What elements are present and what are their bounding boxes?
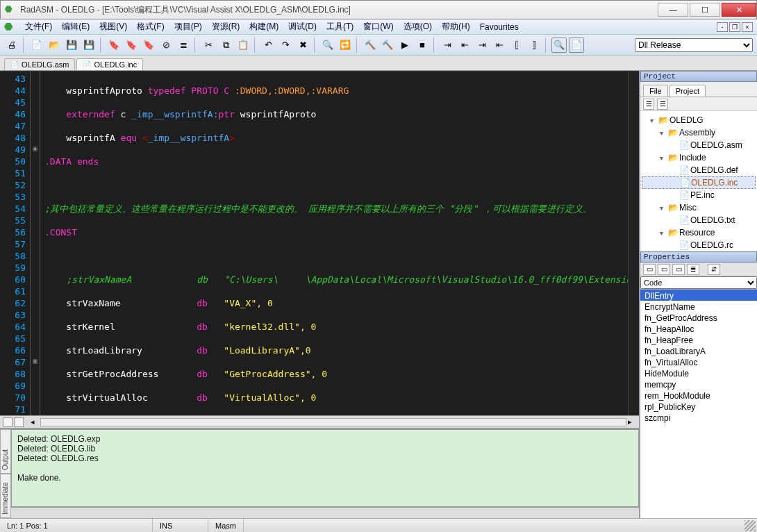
redo-button[interactable]: ↷ — [278, 38, 293, 53]
fold-column[interactable]: ▣ ▣ — [31, 72, 40, 415]
menu-options[interactable]: 选项(O) — [399, 19, 436, 34]
editor-tab-asm[interactable]: 📄 OLEDLG.asm — [4, 58, 75, 70]
output-tab[interactable]: Output — [0, 429, 11, 474]
build-button[interactable]: 🔨 — [363, 38, 378, 53]
project-tool-b-button[interactable]: ☰ — [657, 99, 668, 110]
menu-tools[interactable]: 工具(T) — [322, 19, 358, 34]
minimize-button[interactable]: — — [658, 3, 688, 17]
property-item[interactable]: fn_LoadLibraryA — [640, 345, 757, 356]
close-button[interactable]: ✕ — [722, 3, 756, 17]
save-button[interactable]: 💾 — [64, 38, 79, 53]
menu-favourites[interactable]: Favourites — [476, 21, 523, 33]
properties-category-select[interactable]: Code — [640, 276, 757, 289]
prev-bookmark-button[interactable]: 🔖 — [141, 38, 156, 53]
property-item[interactable]: fn_HeapAlloc — [640, 323, 757, 334]
outdent-button[interactable]: ⇤ — [457, 38, 472, 53]
clear-bookmarks-button[interactable]: ⊘ — [158, 38, 174, 53]
code-editor[interactable]: 4344454647484950515253545556575859606162… — [0, 71, 639, 415]
save-all-button[interactable]: 💾 — [81, 38, 97, 53]
property-item[interactable]: rpl_PublicKey — [640, 401, 757, 412]
prop-tool-button[interactable]: ▭ — [643, 264, 656, 275]
menu-debug[interactable]: 调试(D) — [284, 19, 321, 34]
tool-a-button[interactable]: 🔍 — [551, 38, 567, 53]
property-item[interactable]: EncryptName — [640, 301, 757, 312]
editor-tab-inc[interactable]: 📄 OLEDLG.inc — [76, 58, 143, 70]
properties-list[interactable]: DllEntryEncryptNamefn_GetProcAddressfn_H… — [640, 289, 757, 518]
property-item[interactable]: rem_HookModule — [640, 390, 757, 401]
tree-node[interactable]: ▾📂 Assembly — [642, 126, 756, 139]
paste-button[interactable]: 📋 — [235, 38, 251, 53]
stop-button[interactable]: ■ — [415, 38, 430, 53]
immediate-tab[interactable]: Immediate — [0, 474, 11, 518]
block-end-button[interactable]: ⟧ — [526, 38, 542, 53]
tree-node[interactable]: ▾📂 OLEDLG — [642, 114, 756, 126]
open-file-button[interactable]: 📂 — [47, 38, 62, 53]
tree-node[interactable]: 📄 OLEDLG.inc — [642, 176, 756, 189]
replace-button[interactable]: 🔁 — [338, 38, 353, 53]
tree-node[interactable]: 📄 OLEDLG.rc — [642, 239, 756, 251]
menu-edit[interactable]: 编辑(E) — [58, 19, 94, 34]
menu-window[interactable]: 窗口(W) — [359, 19, 397, 34]
tree-node[interactable]: 📄 OLEDLG.txt — [642, 214, 756, 226]
property-item[interactable]: DllEntry — [640, 290, 757, 301]
next-bookmark-button[interactable]: 🔖 — [124, 38, 139, 53]
list-button[interactable]: ≣ — [176, 38, 191, 53]
comment-button[interactable]: ⇥ — [474, 38, 490, 53]
hscroll-right-button[interactable]: ▸ — [628, 417, 636, 426]
print-button[interactable]: 🖨 — [4, 38, 19, 53]
copy-button[interactable]: ⧉ — [218, 38, 233, 53]
tree-node[interactable]: 📄 OLEDLG.asm — [642, 139, 756, 151]
mdi-close-button[interactable]: × — [742, 22, 753, 32]
property-item[interactable]: HideModule — [640, 367, 757, 379]
project-tree[interactable]: ▾📂 OLEDLG▾📂 Assembly📄 OLEDLG.asm▾📂 Inclu… — [640, 111, 757, 251]
menu-format[interactable]: 格式(F) — [133, 19, 168, 34]
block-start-button[interactable]: ⟦ — [509, 38, 524, 53]
fold-handle-icon[interactable]: ▣ — [31, 355, 40, 367]
editor-horizontal-scrollbar[interactable] — [40, 418, 626, 426]
tree-node[interactable]: 📄 OLEDLG.def — [642, 164, 756, 176]
prop-tool-button[interactable]: ≣ — [687, 264, 699, 275]
tree-node[interactable]: 📄 PE.inc — [642, 189, 756, 201]
project-tool-a-button[interactable]: ☰ — [643, 99, 654, 110]
menu-project[interactable]: 项目(P) — [170, 19, 206, 34]
hscroll-left-button[interactable]: ◂ — [31, 417, 39, 426]
split-view-button-2[interactable] — [14, 417, 24, 427]
output-panel[interactable]: Deleted: OLEDLG.expDeleted: OLEDLG.libDe… — [11, 429, 639, 507]
build-config-select[interactable]: Dll Release — [635, 38, 753, 52]
property-item[interactable]: fn_GetProcAddress — [640, 312, 757, 323]
undo-button[interactable]: ↶ — [260, 38, 276, 53]
new-file-button[interactable]: 📄 — [29, 38, 44, 53]
fold-handle-icon[interactable]: ▣ — [31, 142, 40, 154]
property-item[interactable]: memcpy — [640, 379, 757, 390]
prop-tool-button[interactable]: ▭ — [672, 264, 685, 275]
find-button[interactable]: 🔍 — [320, 38, 335, 53]
menu-build[interactable]: 构建(M) — [245, 19, 283, 34]
tool-b-button[interactable]: 📄 — [569, 38, 584, 53]
tree-node[interactable]: ▾📂 Include — [642, 151, 756, 164]
menu-view[interactable]: 视图(V) — [95, 19, 131, 34]
toggle-bookmark-button[interactable]: 🔖 — [106, 38, 122, 53]
project-tab-project[interactable]: Project — [669, 85, 706, 97]
menu-help[interactable]: 帮助(H) — [438, 19, 474, 34]
resize-grip-icon[interactable] — [744, 520, 756, 531]
menu-file[interactable]: 文件(F) — [21, 19, 56, 34]
delete-button[interactable]: ✖ — [295, 38, 310, 53]
maximize-button[interactable]: ☐ — [690, 3, 720, 17]
tree-node[interactable]: ▾📂 Resource — [642, 226, 756, 239]
editor-vertical-scrollbar[interactable] — [628, 72, 639, 415]
menu-resource[interactable]: 资源(R) — [208, 19, 244, 34]
indent-button[interactable]: ⇥ — [440, 38, 455, 53]
prop-tool-button[interactable]: ▭ — [658, 264, 670, 275]
prop-tool-button[interactable]: ⇵ — [708, 264, 720, 275]
mdi-restore-button[interactable]: ❐ — [729, 22, 740, 32]
split-view-button[interactable] — [3, 417, 13, 427]
property-item[interactable]: fn_VirtualAlloc — [640, 356, 757, 367]
mdi-minimize-button[interactable]: - — [717, 22, 728, 32]
property-item[interactable]: szcmpi — [640, 412, 757, 423]
cut-button[interactable]: ✂ — [201, 38, 216, 53]
rebuild-button[interactable]: 🔨 — [380, 38, 395, 53]
code-area[interactable]: wsprintfAproto typedef PROTO C :DWORD,:D… — [40, 72, 628, 415]
property-item[interactable]: fn_HeapFree — [640, 334, 757, 345]
tree-node[interactable]: ▾📂 Misc — [642, 201, 756, 214]
run-button[interactable]: ▶ — [397, 38, 413, 53]
